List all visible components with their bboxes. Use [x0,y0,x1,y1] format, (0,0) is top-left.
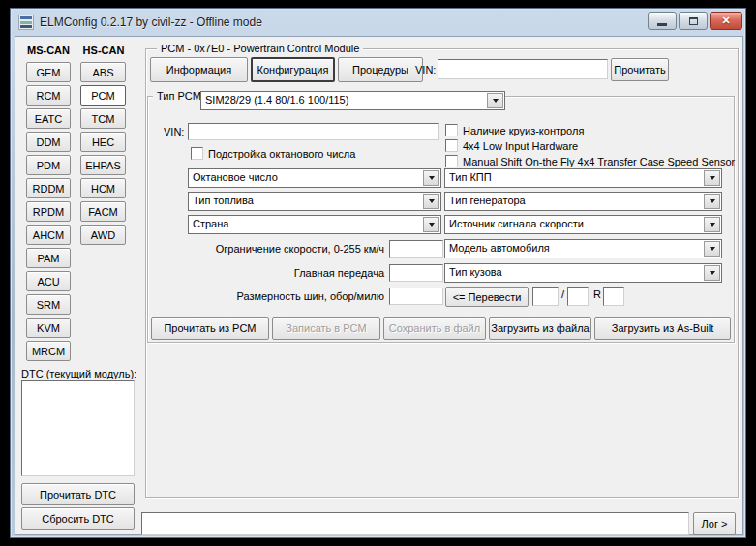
minimize-icon [657,23,667,26]
convert-tire-button[interactable]: <= Перевести [445,287,529,307]
close-button[interactable]: ✕ [710,12,742,30]
tire-size-label: Размерность шин, обор/милю [142,290,384,302]
close-icon: ✕ [721,15,730,27]
chevron-down-icon[interactable] [704,170,720,186]
app-window: ELMConfig 0.2.17 by civil-zz - Offline m… [10,8,746,538]
speed-source-dropdown[interactable]: Источник сигнала скорости [444,215,722,234]
vin-top-input[interactable] [438,59,608,79]
chevron-down-icon[interactable] [704,265,720,281]
module-button-tcm[interactable]: TCM [80,108,126,129]
octane-adjust-label: Подстройка октанового числа [208,148,355,160]
module-button-ahcm[interactable]: AHCM [26,225,71,245]
dtc-listbox[interactable] [21,380,135,476]
read-from-pcm-button[interactable]: Прочитать из PCM [151,317,269,340]
octane-dropdown[interactable]: Октановое число [188,168,441,188]
low-4x4-label: 4x4 Low Input Hardware [463,140,578,152]
load-from-file-button[interactable]: Загрузить из файла [489,317,591,340]
tire-width-input[interactable] [532,287,559,306]
tire-profile-input[interactable] [567,287,589,306]
clear-dtc-button[interactable]: Сбросить DTC [21,507,135,530]
module-button-kvm[interactable]: KVM [26,318,71,338]
low-4x4-checkbox[interactable] [445,139,458,152]
module-button-abs[interactable]: ABS [80,62,126,82]
module-button-awd[interactable]: AWD [80,225,126,245]
final-drive-input[interactable] [389,264,443,282]
title-bar[interactable]: ELMConfig 0.2.17 by civil-zz - Offline m… [11,9,745,36]
car-model-dropdown[interactable]: Модель автомобиля [444,239,722,258]
tire-slash-label: / [561,288,564,300]
ms-can-header: MS-CAN [23,45,74,56]
read-vin-button[interactable]: Прочитать [611,58,669,81]
write-to-pcm-button: Записать в PCM [272,317,380,340]
tire-r-label: R [593,288,601,300]
speed-limit-label: Ограничение скорости, 0-255 км/ч [142,243,384,255]
chevron-down-icon[interactable] [487,93,503,108]
module-button-pdm[interactable]: PDM [26,155,71,175]
pcm-type-dropdown[interactable]: SIM28/29 (1.4 80/1.6 100/115) [200,91,505,110]
tire-size-input[interactable] [389,288,443,305]
body-type-dropdown[interactable]: Тип кузова [444,263,722,283]
module-button-eatc[interactable]: EATC [26,108,71,129]
maximize-button[interactable] [679,12,708,30]
module-button-rpdm[interactable]: RPDM [26,201,71,222]
chevron-down-icon[interactable] [423,194,439,209]
body-type-dropdown-value: Тип кузова [449,266,702,278]
chevron-down-icon[interactable] [704,241,720,257]
module-button-gem[interactable]: GEM [26,62,71,82]
pcm-groupbox-title: PCM - 0x7E0 - Powertrain Control Module [157,43,363,54]
country-dropdown-value: Страна [193,218,421,229]
module-button-pcm[interactable]: PCM [80,85,126,106]
manual-shift-checkbox[interactable] [445,155,458,167]
module-button-acu[interactable]: ACU [26,271,71,291]
load-from-asbuilt-button[interactable]: Загрузить из As-Built [594,317,731,340]
manual-shift-label: Manual Shift On-the Fly 4x4 Transfer Cas… [463,156,735,167]
module-button-rcm[interactable]: RCM [26,85,71,106]
fuel-type-dropdown[interactable]: Тип топлива [188,192,441,211]
chevron-down-icon[interactable] [704,217,720,232]
window-title: ELMConfig 0.2.17 by civil-zz - Offline m… [40,15,262,29]
car-model-dropdown-value: Модель автомобиля [449,242,702,254]
log-button[interactable]: Лог > [693,512,736,535]
maximize-icon [689,17,698,25]
gearbox-type-dropdown-value: Тип КПП [449,171,702,183]
tab-configuration[interactable]: Конфигурация [251,57,335,82]
module-button-hcm[interactable]: HCM [80,178,126,198]
tab-procedures[interactable]: Процедуры [338,57,423,82]
minimize-button[interactable] [648,12,677,30]
module-button-facm[interactable]: FACM [80,201,126,222]
octane-dropdown-value: Октановое число [193,171,421,183]
module-button-pam[interactable]: PAM [26,248,71,268]
chevron-down-icon[interactable] [423,217,439,232]
octane-adjust-checkbox[interactable] [191,147,203,160]
generator-type-dropdown[interactable]: Тип генератора [444,192,722,211]
cruise-control-label: Наличие круиз-контроля [463,125,584,136]
read-dtc-button[interactable]: Прочитать DTC [21,483,135,505]
vin-config-label: VIN: [164,126,184,137]
module-button-rddm[interactable]: RDDM [26,178,71,198]
vin-config-input[interactable] [188,123,439,140]
app-icon [18,15,34,30]
gearbox-type-dropdown[interactable]: Тип КПП [444,168,722,188]
pcm-type-value: SIM28/29 (1.4 80/1.6 100/115) [205,94,485,106]
speed-source-dropdown-value: Источник сигнала скорости [449,218,702,229]
log-input[interactable] [141,512,689,535]
generator-type-dropdown-value: Тип генератора [449,195,702,206]
vin-top-label: VIN: [415,64,436,76]
client-area: MS-CAN HS-CAN GEM RCM EATC DDM PDM RDDM … [15,36,743,535]
tab-information[interactable]: Информация [150,57,248,82]
speed-limit-input[interactable] [389,240,443,258]
hs-can-header: HS-CAN [77,45,130,56]
module-button-ehpas[interactable]: EHPAS [80,155,126,175]
module-button-srm[interactable]: SRM [26,294,71,315]
tire-diameter-input[interactable] [603,287,624,306]
chevron-down-icon[interactable] [423,170,439,186]
chevron-down-icon[interactable] [704,194,720,209]
module-button-hec[interactable]: HEC [80,132,126,152]
country-dropdown[interactable]: Страна [188,215,441,234]
module-button-ddm[interactable]: DDM [26,132,71,152]
fuel-type-dropdown-value: Тип топлива [193,195,421,206]
cruise-control-checkbox[interactable] [445,124,458,136]
module-button-mrcm[interactable]: MRCM [26,341,71,361]
save-to-file-button: Сохранить в файл [383,317,486,340]
dtc-label: DTC (текущий модуль): [21,368,136,379]
